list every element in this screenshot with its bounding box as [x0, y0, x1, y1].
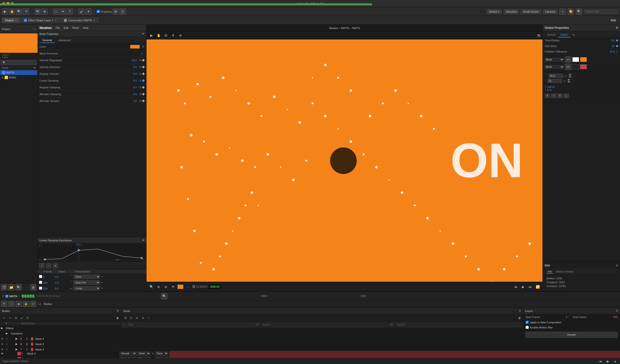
view-down-button[interactable]: ⬇ — [170, 32, 176, 38]
vel-mag-link[interactable]: ⊞ — [140, 59, 141, 61]
preset-standard[interactable]: Standard — [504, 9, 519, 14]
aemat-damp-link[interactable]: ⊞ — [140, 93, 141, 95]
rotation-tool-button[interactable]: ↺ — [23, 8, 29, 15]
camera-tool-button[interactable]: 📷 — [34, 8, 41, 15]
motion-blur-checkbox[interactable] — [526, 326, 529, 329]
kf-remove-button[interactable]: − — [46, 263, 51, 268]
body-eye-0[interactable]: 👁 — [0, 337, 5, 341]
pen-tool-button[interactable]: ✒ — [60, 8, 66, 15]
gp-substeps-value[interactable]: 10 — [605, 45, 615, 47]
color-info-button[interactable]: 🎨 — [568, 8, 574, 15]
tab-project-close[interactable]: ✕ — [15, 19, 17, 22]
color-pencil-icon[interactable]: ✏ — [565, 56, 571, 63]
body-expand-0[interactable]: ▶ — [15, 337, 19, 341]
red-swatch[interactable] — [580, 64, 587, 69]
vel-mag-dot[interactable]: · — [138, 59, 139, 61]
kf-value-1[interactable]: 2.0 — [54, 281, 68, 285]
color-mode-select[interactable]: Mode — [545, 58, 564, 61]
dark-swatch[interactable] — [572, 64, 579, 69]
body-props-close[interactable]: ✕ — [142, 32, 144, 35]
kf-check-0[interactable] — [38, 274, 41, 279]
tab-composition[interactable]: Composition NWTN ✕ — [61, 18, 98, 23]
tl-play-button[interactable]: ▶ — [605, 358, 611, 364]
body-expand-2[interactable]: ▶ — [15, 348, 19, 351]
vel-dir-diamond[interactable] — [142, 66, 145, 68]
zoom-in-icon[interactable]: ⊕ — [163, 284, 169, 290]
tl-menu-icon[interactable]: ≡ — [18, 295, 20, 297]
width-input[interactable] — [549, 74, 563, 78]
gp-list-icon[interactable]: ☰ — [616, 50, 618, 53]
color-mode-select-2[interactable]: Mode — [545, 65, 564, 69]
tree-item-solids[interactable]: ▶ Solids — [0, 75, 37, 80]
layer-none-mask6[interactable]: None — [137, 351, 151, 356]
tl-new-layer-button[interactable]: 👁 — [1, 301, 7, 307]
playhead-color-box[interactable] — [178, 285, 183, 289]
gp-substeps-dot[interactable] — [616, 45, 618, 47]
layer-none2-mask6[interactable]: None — [155, 351, 168, 356]
ang-vel-value[interactable]: 0.0 — [122, 72, 137, 75]
vel-mag-diamond[interactable] — [142, 59, 145, 61]
kf-check-1[interactable] — [38, 280, 41, 285]
sort-select[interactable]: Name — [1, 66, 36, 69]
snap-option-2[interactable]: ⊡ — [120, 8, 126, 15]
aemat-tens-diamond[interactable] — [142, 99, 145, 102]
info-close[interactable]: ✕ — [616, 264, 618, 267]
vel-dir-link[interactable]: ⊞ — [140, 66, 141, 68]
kf-point-1[interactable] — [44, 258, 46, 260]
joint-split-icon[interactable]: ⊡ — [129, 316, 134, 320]
kf-interp-select-2[interactable]: Ease Ease Out Linear — [73, 286, 100, 290]
ang-damp-value[interactable]: 0.0 — [122, 86, 137, 89]
mesh-dot[interactable]: · — [144, 52, 144, 55]
body-ellipse-name[interactable]: Ellipse — [5, 326, 121, 330]
joint-trash-icon[interactable]: 🗑 — [518, 317, 521, 319]
color-link[interactable]: ⊞ — [142, 45, 144, 48]
ang-damp-link[interactable]: ⊞ — [140, 86, 141, 89]
apply-new-comp-checkbox[interactable] — [526, 321, 529, 324]
height-down[interactable]: ▼ — [567, 81, 570, 83]
kf-expand-0[interactable]: ▼ — [101, 275, 103, 278]
comp-timecode[interactable]: 00046 — [209, 284, 221, 289]
layer-mode-mask6[interactable]: Normal — [120, 351, 137, 356]
tab-effect-close[interactable]: ✕ — [55, 19, 57, 22]
joint-type-icon[interactable]: ⊕ — [135, 316, 140, 320]
ang-damp-diamond[interactable] — [142, 86, 145, 89]
gravity-tab[interactable]: Gravity — [545, 32, 558, 38]
tl-tag-button[interactable]: 🏷 — [30, 301, 36, 307]
ang-vel-link[interactable]: ⊞ — [140, 72, 141, 75]
percent-value-2[interactable]: 0 % — [547, 89, 552, 91]
kf-add-button[interactable]: + — [39, 263, 44, 268]
more-options[interactable]: » — [559, 8, 566, 15]
kf-value-2[interactable]: 0.0 — [54, 287, 68, 290]
newton-edit-menu[interactable]: Edit — [64, 26, 68, 29]
joint-link-icon[interactable]: ⊞ — [123, 316, 128, 320]
view-camera-icon[interactable]: 📷 — [537, 34, 541, 37]
orbit-tool-button[interactable]: ⊕ — [41, 8, 48, 15]
vel-mag-value[interactable]: 33.6 — [122, 59, 137, 62]
general-tab[interactable]: General — [39, 38, 55, 43]
hand-tool-button[interactable]: ✋ — [9, 8, 15, 15]
tl-solo-button[interactable]: ◉ — [16, 301, 22, 307]
preset-small-screen[interactable]: Small Screen — [521, 9, 541, 14]
body-name-0[interactable]: Mask 4 — [34, 337, 121, 341]
body-eye-2[interactable]: 👁 — [0, 348, 5, 351]
tl-timecode[interactable]: 00000 — [22, 294, 35, 299]
preset-default[interactable]: Default ≡ — [487, 9, 502, 14]
tl-work-area-bar[interactable] — [0, 3, 372, 5]
color-dot[interactable]: · — [141, 45, 141, 48]
text-large-T3[interactable]: T — [557, 94, 563, 98]
gp-time-divider-dot[interactable] — [616, 39, 618, 41]
ang-vel-diamond[interactable] — [142, 72, 145, 75]
lin-damp-diamond[interactable] — [142, 79, 145, 82]
tl-record-button[interactable]: ● — [612, 358, 618, 364]
kf-interp-select-0[interactable]: Ease Ease Out Linear — [73, 275, 100, 279]
body-name-2[interactable]: Mask 6 — [34, 348, 121, 351]
timeline-icon[interactable]: ⊕ — [156, 284, 162, 290]
select-tool-button[interactable]: ▶ — [2, 8, 8, 15]
body-brush-icon[interactable]: 🖌 — [19, 316, 24, 320]
tree-item-nwtn[interactable]: NWTN — [0, 70, 37, 75]
view-grid-button[interactable]: ⊞ — [163, 32, 169, 38]
aemat-tens-link[interactable]: ⊞ — [140, 99, 141, 102]
tl-play-begin-button[interactable]: ⏮ — [598, 358, 604, 364]
libraries-button[interactable]: Libraries — [543, 9, 558, 14]
global-props-close[interactable]: ✕ — [616, 26, 618, 30]
